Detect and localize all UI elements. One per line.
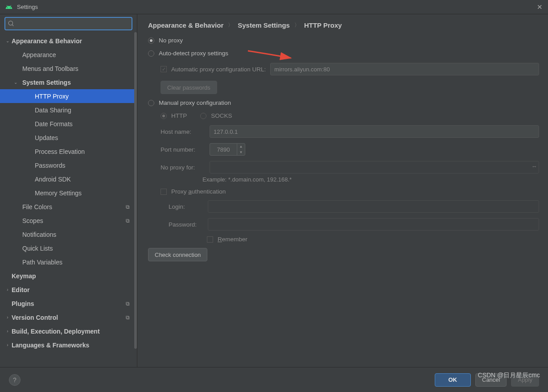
close-icon[interactable]: ✕ bbox=[537, 3, 543, 11]
sidebar-item-keymap[interactable]: Keymap bbox=[0, 269, 137, 283]
label-no-proxy: No proxy bbox=[159, 37, 183, 44]
sidebar-item-file-colors[interactable]: File Colors⧉ bbox=[0, 200, 137, 214]
sidebar-item-editor[interactable]: ›Editor bbox=[0, 283, 137, 297]
settings-tree: ⌄Appearance & BehaviorAppearanceMenus an… bbox=[0, 34, 137, 367]
sidebar: ⌄Appearance & BehaviorAppearanceMenus an… bbox=[0, 14, 137, 367]
sidebar-item-label: HTTP Proxy bbox=[27, 93, 69, 100]
breadcrumb-a[interactable]: Appearance & Behavior bbox=[148, 21, 223, 29]
breadcrumb-b[interactable]: System Settings bbox=[238, 21, 290, 29]
sidebar-item-label: Quick Lists bbox=[19, 245, 53, 252]
project-badge-icon: ⧉ bbox=[126, 218, 130, 224]
scrollbar[interactable] bbox=[134, 32, 137, 349]
label-password: Password: bbox=[169, 221, 203, 228]
check-connection-button[interactable]: Check connection bbox=[148, 248, 207, 261]
sidebar-item-build-execution-deployment[interactable]: ›Build, Execution, Deployment bbox=[0, 324, 137, 338]
stepper-down-icon: ▼ bbox=[237, 149, 245, 155]
sidebar-item-appearance-behavior[interactable]: ⌄Appearance & Behavior bbox=[0, 34, 137, 48]
radio-auto-detect[interactable] bbox=[148, 50, 154, 57]
sidebar-item-process-elevation[interactable]: Process Elevation bbox=[0, 144, 137, 158]
input-port-value bbox=[210, 146, 237, 153]
chevron-right-icon[interactable]: › bbox=[4, 287, 11, 292]
label-remember: Remember bbox=[218, 236, 247, 243]
apply-button: Apply bbox=[511, 373, 539, 387]
expand-icon: ⤢ bbox=[531, 164, 537, 169]
search-icon bbox=[8, 21, 14, 27]
sidebar-item-appearance[interactable]: Appearance bbox=[0, 48, 137, 62]
sidebar-item-label: File Colors bbox=[19, 203, 52, 210]
sidebar-item-label: Notifications bbox=[19, 231, 56, 238]
sidebar-item-label: Appearance bbox=[19, 51, 56, 58]
sidebar-item-updates[interactable]: Updates bbox=[0, 131, 137, 144]
input-login bbox=[208, 200, 539, 213]
sidebar-item-system-settings[interactable]: ⌄System Settings bbox=[0, 75, 137, 89]
cancel-button[interactable]: Cancel bbox=[475, 373, 507, 387]
checkbox-auto-url: ✓ bbox=[161, 66, 167, 72]
sidebar-item-http-proxy[interactable]: HTTP Proxy bbox=[0, 89, 137, 103]
titlebar: Settings ✕ bbox=[0, 0, 548, 14]
label-example: Example: *.domain.com, 192.168.* bbox=[202, 176, 539, 183]
label-socks: SOCKS bbox=[211, 112, 232, 119]
checkbox-proxy-auth bbox=[161, 189, 167, 195]
sidebar-item-path-variables[interactable]: Path Variables bbox=[0, 255, 137, 269]
checkbox-remember bbox=[207, 236, 213, 243]
sidebar-item-label: Memory Settings bbox=[27, 190, 82, 197]
chevron-right-icon: 〉 bbox=[228, 21, 233, 29]
sidebar-item-quick-lists[interactable]: Quick Lists bbox=[0, 241, 137, 255]
sidebar-item-notifications[interactable]: Notifications bbox=[0, 227, 137, 241]
sidebar-item-scopes[interactable]: Scopes⧉ bbox=[0, 214, 137, 227]
project-badge-icon: ⧉ bbox=[126, 301, 130, 307]
sidebar-item-label: Data Sharing bbox=[27, 107, 71, 114]
sidebar-item-android-sdk[interactable]: Android SDK bbox=[0, 172, 137, 186]
sidebar-item-label: Passwords bbox=[27, 162, 65, 169]
project-badge-icon: ⧉ bbox=[126, 314, 130, 321]
sidebar-item-label: Scopes bbox=[19, 217, 43, 224]
input-noproxyfor: ⤢ bbox=[210, 161, 539, 173]
sidebar-item-plugins[interactable]: Plugins⧉ bbox=[0, 297, 137, 310]
sidebar-item-passwords[interactable]: Passwords bbox=[0, 158, 137, 172]
sidebar-item-label: Plugins bbox=[11, 300, 34, 307]
input-hostname bbox=[210, 125, 539, 138]
sidebar-item-memory-settings[interactable]: Memory Settings bbox=[0, 186, 137, 200]
chevron-down-icon[interactable]: ⌄ bbox=[4, 38, 11, 43]
label-auto-url: Automatic proxy configuration URL: bbox=[171, 66, 266, 73]
input-port: ▲▼ bbox=[210, 143, 245, 156]
chevron-right-icon: 〉 bbox=[294, 21, 300, 29]
main-panel: Appearance & Behavior 〉 System Settings … bbox=[137, 14, 548, 367]
sidebar-item-date-formats[interactable]: Date Formats bbox=[0, 117, 137, 131]
android-icon bbox=[5, 4, 12, 11]
sidebar-item-label: Android SDK bbox=[27, 176, 71, 183]
radio-no-proxy[interactable] bbox=[148, 37, 154, 44]
radio-http bbox=[161, 113, 167, 119]
radio-socks bbox=[200, 113, 206, 119]
label-proxy-auth: Proxy authentication bbox=[171, 188, 226, 195]
project-badge-icon: ⧉ bbox=[126, 204, 130, 210]
settings-window: Settings ✕ ⌄Appearance & BehaviorAppeara… bbox=[0, 0, 548, 392]
sidebar-item-label: Menus and Toolbars bbox=[19, 65, 78, 72]
search-input[interactable] bbox=[17, 21, 129, 27]
sidebar-item-languages-frameworks[interactable]: ›Languages & Frameworks bbox=[0, 338, 137, 352]
breadcrumb: Appearance & Behavior 〉 System Settings … bbox=[148, 21, 539, 29]
sidebar-item-menus-and-toolbars[interactable]: Menus and Toolbars bbox=[0, 62, 137, 75]
sidebar-item-label: Keymap bbox=[11, 272, 36, 280]
ok-button[interactable]: OK bbox=[435, 373, 471, 387]
radio-manual[interactable] bbox=[148, 100, 154, 106]
help-button[interactable]: ? bbox=[9, 374, 21, 386]
label-http: HTTP bbox=[171, 112, 187, 119]
chevron-right-icon[interactable]: › bbox=[4, 315, 11, 320]
sidebar-item-data-sharing[interactable]: Data Sharing bbox=[0, 103, 137, 117]
sidebar-item-label: Version Control bbox=[11, 314, 58, 321]
input-password bbox=[208, 218, 539, 231]
window-title: Settings bbox=[17, 4, 38, 10]
label-port: Port number: bbox=[161, 146, 205, 153]
sidebar-item-label: Updates bbox=[27, 134, 58, 141]
sidebar-item-version-control[interactable]: ›Version Control⧉ bbox=[0, 310, 137, 324]
chevron-right-icon[interactable]: › bbox=[4, 342, 11, 347]
search-box[interactable] bbox=[4, 17, 132, 30]
input-auto-url bbox=[270, 63, 539, 75]
chevron-right-icon[interactable]: › bbox=[4, 329, 11, 334]
label-manual: Manual proxy configuration bbox=[159, 99, 231, 106]
sidebar-item-label: Build, Execution, Deployment bbox=[11, 328, 100, 335]
chevron-down-icon[interactable]: ⌄ bbox=[12, 80, 19, 85]
label-login: Login: bbox=[169, 203, 203, 210]
sidebar-item-label: System Settings bbox=[19, 79, 71, 86]
